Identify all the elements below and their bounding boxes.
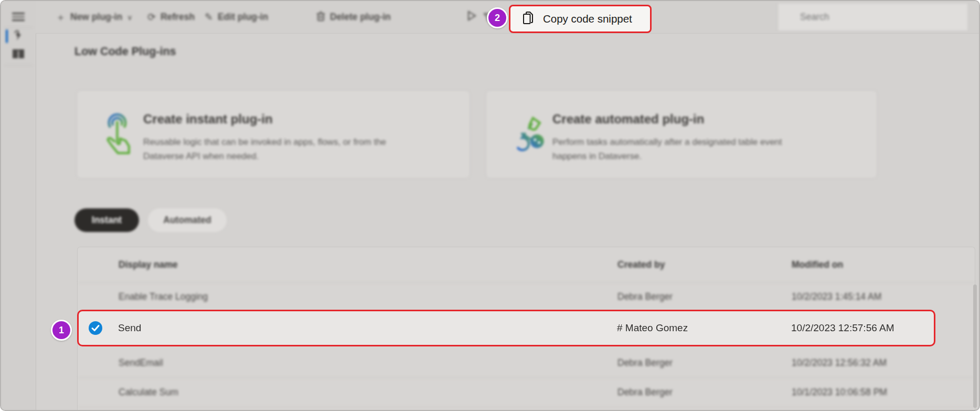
sidebar-item-reference[interactable] — [1, 47, 36, 63]
sidebar — [1, 1, 36, 410]
instant-tap-icon — [103, 112, 138, 159]
table-row[interactable]: SendEmail Debra Berger 10/2/2023 12:56:3… — [78, 348, 975, 377]
cell-created-by: Debra Berger — [617, 357, 673, 368]
table-row[interactable]: Enable Trace Logging Debra Berger 10/2/2… — [78, 282, 975, 311]
column-header-modified-on[interactable]: Modified on — [792, 247, 843, 282]
cell-created-by: # Mateo Gomez — [617, 311, 688, 345]
edit-plugin-label: Edit plug-in — [218, 12, 268, 23]
command-bar: ＋ New plug-in ∨ ⟳ Refresh ✎ Edit plug-in — [36, 1, 979, 34]
chevron-down-icon: ∨ — [127, 13, 132, 22]
automated-card-description: Perform tasks automatically after a desi… — [552, 135, 799, 163]
copy-code-snippet-button[interactable]: Copy code snippet — [509, 5, 652, 33]
automated-plug-icon — [513, 112, 549, 159]
run-button[interactable] — [467, 1, 476, 33]
column-header-display-name[interactable]: Display name — [119, 247, 178, 282]
book-icon — [12, 48, 25, 62]
create-instant-plugin-card[interactable]: Create instant plug-in Reusable logic th… — [77, 90, 470, 178]
table-row-send-selected[interactable]: Send # Mateo Gomez 10/2/2023 12:57:56 AM — [77, 310, 935, 346]
search-container — [777, 4, 967, 30]
annotation-step-2-badge: 2 — [487, 7, 508, 28]
cell-created-by: Debra Berger — [617, 291, 673, 302]
tab-automated-label: Automated — [163, 215, 211, 226]
instant-card-description: Reusable logic that can be invoked in ap… — [143, 135, 390, 163]
modified-on-header-label: Modified on — [792, 259, 843, 270]
trash-icon — [316, 11, 325, 24]
annotation-step-1-badge: 1 — [51, 320, 72, 341]
cell-display-name: Send — [118, 311, 141, 345]
cell-display-name: Calculate Sum — [119, 387, 178, 398]
create-automated-plugin-card[interactable]: Create automated plug-in Perform tasks a… — [486, 90, 877, 178]
cell-modified-on: 10/2/2023 12:57:56 AM — [791, 311, 894, 345]
edit-plugin-button[interactable]: ✎ Edit plug-in — [205, 1, 268, 33]
table-divider — [78, 407, 975, 407]
refresh-icon: ⟳ — [147, 11, 156, 23]
vertical-scrollbar[interactable] — [973, 284, 977, 408]
cell-display-name: SendEmail — [119, 357, 163, 368]
cell-modified-on: 10/2/2023 1:45:14 AM — [792, 291, 881, 302]
delete-plugin-button[interactable]: Delete plug-in — [316, 1, 391, 33]
copy-icon — [522, 11, 535, 27]
table-row[interactable]: Calculate Sum Debra Berger 10/1/2023 10:… — [78, 377, 975, 407]
cell-created-by: Debra Berger — [617, 387, 673, 398]
row-selected-check-icon[interactable] — [88, 311, 103, 345]
refresh-button[interactable]: ⟳ Refresh — [147, 1, 195, 33]
tab-instant[interactable]: Instant — [74, 208, 139, 232]
sidebar-divider — [4, 65, 33, 66]
pencil-icon: ✎ — [205, 11, 213, 23]
plus-icon: ＋ — [56, 10, 66, 24]
sidebar-divider — [4, 27, 33, 28]
delete-plugin-label: Delete plug-in — [330, 12, 391, 23]
selected-indicator — [6, 29, 8, 43]
refresh-label: Refresh — [161, 12, 195, 23]
display-name-header-label: Display name — [119, 259, 178, 270]
app-window: ＋ New plug-in ∨ ⟳ Refresh ✎ Edit plug-in — [0, 0, 980, 411]
copy-code-snippet-label: Copy code snippet — [543, 13, 632, 25]
column-header-created-by[interactable]: Created by — [617, 247, 665, 282]
step-2-number: 2 — [495, 13, 500, 24]
instant-card-title: Create instant plug-in — [143, 112, 273, 127]
created-by-header-label: Created by — [617, 259, 665, 270]
new-plugin-label: New plug-in — [70, 12, 122, 23]
new-plugin-button[interactable]: ＋ New plug-in ∨ — [56, 1, 132, 33]
tab-instant-label: Instant — [92, 215, 122, 226]
page-title: Low Code Plug-ins — [74, 45, 176, 58]
search-input[interactable] — [778, 11, 967, 23]
cell-modified-on: 10/2/2023 12:56:32 AM — [792, 357, 887, 368]
automated-card-title: Create automated plug-in — [552, 112, 704, 127]
tab-automated[interactable]: Automated — [148, 208, 227, 232]
lightning-plugin-icon — [12, 29, 25, 44]
hamburger-menu-icon[interactable] — [12, 10, 25, 23]
play-icon — [467, 10, 476, 24]
step-1-number: 1 — [59, 325, 64, 336]
cell-display-name: Enable Trace Logging — [119, 291, 208, 302]
sidebar-item-plugins[interactable] — [1, 28, 36, 44]
cell-modified-on: 10/1/2023 10:06:58 PM — [792, 387, 887, 398]
